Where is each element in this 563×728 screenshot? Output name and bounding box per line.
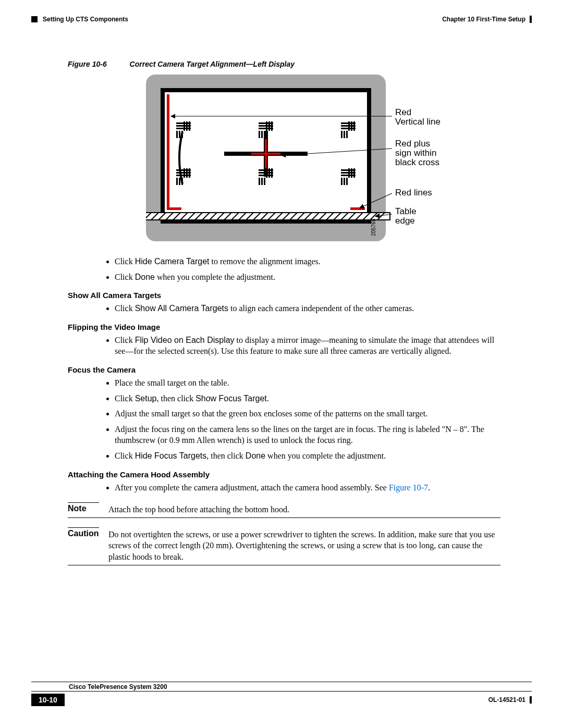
- caution-body: Do not overtighten the screws, or use a …: [108, 529, 500, 563]
- caution-label: Caution: [68, 529, 99, 563]
- rule-icon: [68, 502, 99, 503]
- svg-rect-42: [189, 168, 190, 178]
- list-item: Click Setup, then click Show Focus Targe…: [115, 393, 500, 404]
- note-block: Note Attach the top hood before attachin…: [68, 502, 500, 518]
- bullet-list: Click Hide Camera Target to remove the a…: [115, 256, 500, 282]
- svg-rect-16: [176, 131, 178, 138]
- section-name: Setting Up CTS Components: [43, 16, 128, 23]
- svg-rect-50: [268, 168, 270, 178]
- heading-flipping: Flipping the Video Image: [68, 323, 500, 331]
- bullet-list: Click Flip Video on Each Display to disp…: [115, 335, 500, 357]
- svg-rect-3: [167, 94, 169, 210]
- bullet-list: After you complete the camera adjustment…: [115, 482, 500, 493]
- footer-product: Cisco TelePresence System 3200: [31, 682, 532, 692]
- callout-red-lines: Red lines: [395, 188, 432, 198]
- svg-rect-54: [264, 178, 265, 185]
- svg-rect-45: [181, 178, 183, 185]
- svg-rect-59: [351, 168, 352, 178]
- heading-show-all: Show All Camera Targets: [68, 291, 500, 300]
- svg-rect-15: [189, 121, 190, 131]
- svg-rect-14: [186, 121, 188, 131]
- svg-rect-35: [344, 131, 345, 138]
- svg-rect-40: [183, 168, 185, 178]
- svg-rect-5: [350, 207, 365, 210]
- figure-number: Figure 10-6: [68, 60, 107, 68]
- page-footer: Cisco TelePresence System 3200 10-10 OL-…: [31, 682, 532, 706]
- image-id: 205766: [371, 218, 376, 236]
- svg-rect-27: [264, 131, 265, 138]
- svg-rect-33: [353, 121, 355, 131]
- bullet-list: Click Show All Camera Targets to align e…: [115, 303, 500, 314]
- list-item: Click Hide Focus Targets, then click Don…: [115, 450, 500, 462]
- figure-title: Correct Camera Target Alignment—Left Dis…: [130, 60, 295, 68]
- svg-rect-23: [268, 121, 270, 131]
- svg-rect-61: [341, 178, 342, 185]
- callout-red-plus: Red plus sign within black cross: [395, 139, 439, 167]
- callout-table-edge: Table edge: [395, 206, 419, 226]
- list-item: Place the small target on the table.: [115, 377, 500, 389]
- svg-rect-18: [181, 131, 183, 138]
- bullet-list: Place the small target on the table. Cli…: [115, 377, 500, 462]
- svg-rect-13: [183, 121, 185, 131]
- heading-focus: Focus the Camera: [68, 365, 500, 374]
- note-label: Note: [68, 504, 99, 515]
- rule-icon: [68, 517, 500, 518]
- svg-rect-32: [351, 121, 352, 131]
- svg-rect-9: [265, 139, 267, 168]
- svg-rect-44: [179, 178, 180, 185]
- list-item: Adjust the focus ring on the camera lens…: [115, 424, 500, 446]
- callout-red-vertical: Red Vertical line: [395, 107, 440, 127]
- chapter-name: Chapter 10 First-Time Setup: [442, 16, 525, 23]
- svg-rect-4: [167, 207, 181, 210]
- footer-tick-icon: [530, 696, 532, 704]
- svg-rect-51: [271, 168, 273, 178]
- svg-rect-62: [344, 178, 345, 185]
- svg-rect-60: [353, 168, 355, 178]
- page-header: Setting Up CTS Components Chapter 10 Fir…: [31, 16, 532, 23]
- svg-rect-41: [186, 168, 188, 178]
- header-tick-icon: [530, 16, 532, 23]
- rule-icon: [68, 565, 500, 565]
- heading-hood: Attaching the Camera Hood Assembly: [68, 470, 500, 479]
- note-body: Attach the top hood before attaching the…: [108, 504, 500, 515]
- svg-rect-31: [348, 121, 350, 131]
- list-item: Adjust the small target so that the gree…: [115, 408, 500, 419]
- list-item: Click Done when you complete the adjustm…: [115, 272, 500, 283]
- page-content: Figure 10-6 Correct Camera Target Alignm…: [68, 60, 500, 565]
- svg-rect-63: [346, 178, 348, 185]
- header-marker-icon: [31, 16, 38, 22]
- svg-rect-22: [266, 121, 267, 131]
- figure-caption: Figure 10-6 Correct Camera Target Alignm…: [68, 60, 500, 68]
- svg-rect-25: [259, 131, 260, 138]
- list-item: Click Show All Camera Targets to align e…: [115, 303, 500, 314]
- svg-rect-26: [261, 131, 263, 138]
- svg-rect-64: [146, 213, 390, 220]
- svg-rect-34: [341, 131, 342, 138]
- doc-id: OL-14521-01: [488, 696, 525, 704]
- list-item: Click Hide Camera Target to remove the a…: [115, 256, 500, 267]
- svg-rect-17: [179, 131, 180, 138]
- rule-icon: [68, 527, 99, 528]
- figure-link[interactable]: Figure 10-7: [389, 483, 428, 492]
- svg-rect-58: [348, 168, 350, 178]
- list-item: After you complete the camera adjustment…: [115, 482, 500, 493]
- svg-rect-52: [259, 178, 260, 185]
- figure-graphic: Red Vertical line Red plus sign within b…: [146, 75, 500, 246]
- page-number: 10-10: [31, 694, 65, 706]
- svg-rect-43: [176, 178, 178, 185]
- list-item: Click Flip Video on Each Display to disp…: [115, 335, 500, 357]
- svg-rect-49: [266, 168, 267, 178]
- svg-rect-53: [261, 178, 263, 185]
- caution-block: Caution Do not overtighten the screws, o…: [68, 527, 500, 565]
- svg-rect-36: [346, 131, 348, 138]
- svg-rect-24: [271, 121, 273, 131]
- alignment-diagram-icon: Red Vertical line Red plus sign within b…: [146, 75, 469, 246]
